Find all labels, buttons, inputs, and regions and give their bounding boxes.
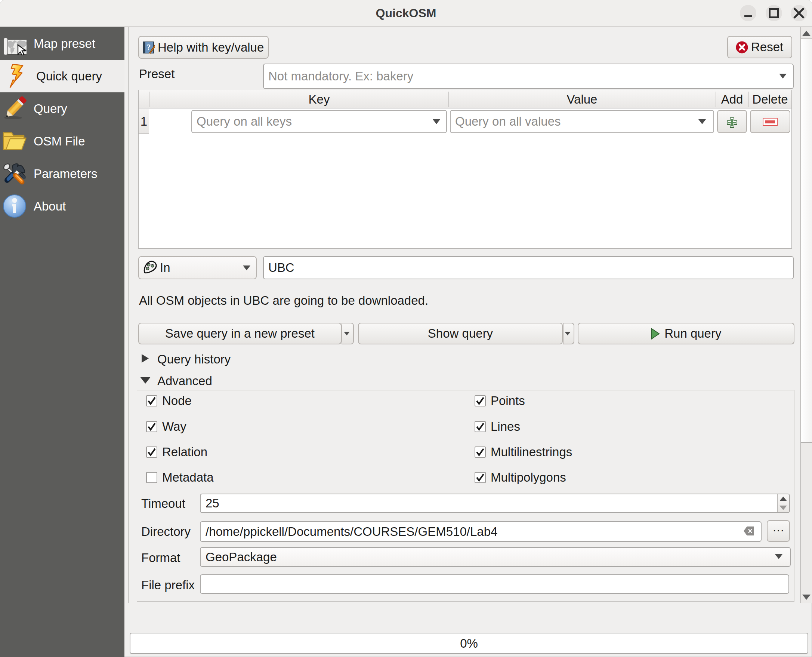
svg-text:?: ? (147, 43, 151, 51)
